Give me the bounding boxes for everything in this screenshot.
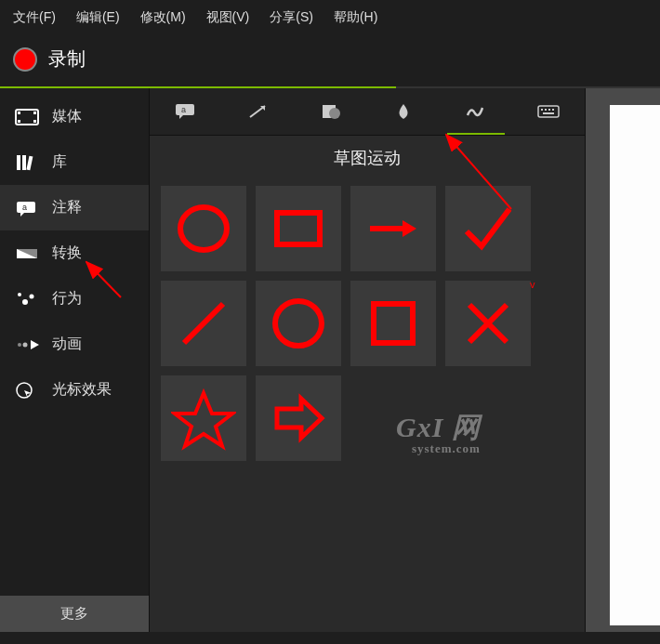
sidebar-item-library[interactable]: 库 — [0, 139, 149, 185]
shape-circle[interactable] — [161, 186, 246, 271]
svg-marker-43 — [175, 393, 232, 446]
svg-point-34 — [180, 207, 227, 250]
sidebar-item-label: 媒体 — [52, 107, 82, 126]
sidebar-item-media[interactable]: 媒体 — [0, 94, 149, 139]
sidebar-item-behavior[interactable]: 行为 — [0, 276, 149, 322]
menu-modify[interactable]: 修改(M) — [140, 9, 186, 26]
canvas-area — [586, 88, 660, 632]
animation-icon — [15, 335, 39, 354]
shape-rect[interactable] — [256, 186, 341, 271]
transition-icon — [15, 244, 39, 263]
svg-point-15 — [30, 294, 34, 298]
svg-rect-35 — [277, 213, 320, 244]
svg-rect-3 — [33, 112, 36, 114]
svg-point-16 — [18, 343, 21, 347]
tool-tabs: a — [150, 88, 585, 136]
svg-point-14 — [22, 299, 28, 305]
svg-rect-31 — [548, 109, 550, 111]
sidebar-item-label: 光标效果 — [52, 380, 112, 400]
sidebar-item-label: 行为 — [52, 289, 82, 309]
svg-marker-22 — [179, 114, 184, 119]
more-button[interactable]: 更多 — [0, 596, 149, 632]
sidebar-item-label: 库 — [52, 152, 67, 172]
svg-rect-4 — [33, 120, 36, 123]
shape-line[interactable] — [161, 281, 246, 366]
sidebar-item-animation[interactable]: 动画 — [0, 322, 149, 367]
svg-text:a: a — [22, 203, 27, 212]
svg-rect-29 — [541, 109, 543, 111]
shape-star[interactable] — [161, 375, 246, 461]
tab-callout[interactable]: a — [150, 88, 222, 135]
sidebar-item-label: 动画 — [52, 335, 82, 354]
menu-file[interactable]: 文件(F) — [13, 9, 56, 26]
tab-sketch[interactable] — [440, 88, 512, 135]
svg-rect-1 — [18, 112, 20, 114]
canvas-preview[interactable] — [610, 105, 660, 625]
cursor-icon — [15, 381, 39, 400]
svg-marker-9 — [20, 212, 25, 217]
svg-rect-6 — [22, 155, 26, 170]
sidebar-item-cursor[interactable]: 光标效果 — [0, 367, 149, 413]
shape-arrow-right[interactable] — [350, 186, 436, 271]
svg-line-38 — [184, 304, 223, 343]
svg-text:a: a — [181, 105, 186, 114]
menu-help[interactable]: 帮助(H) — [334, 9, 377, 26]
svg-rect-40 — [374, 304, 413, 343]
menubar: 文件(F) 编辑(E) 修改(M) 视图(V) 分享(S) 帮助(H) — [0, 0, 660, 35]
record-button[interactable] — [13, 47, 37, 72]
menu-view[interactable]: 视图(V) — [206, 9, 250, 26]
behavior-icon — [15, 290, 39, 309]
svg-point-17 — [23, 342, 28, 347]
svg-rect-2 — [18, 120, 20, 123]
shape-checkmark[interactable] — [445, 186, 531, 271]
svg-rect-5 — [17, 155, 20, 170]
record-row: 录制 — [0, 35, 660, 86]
shape-square[interactable] — [350, 281, 436, 366]
svg-marker-18 — [31, 340, 39, 349]
svg-point-13 — [18, 293, 21, 296]
record-label: 录制 — [48, 46, 86, 72]
svg-rect-30 — [545, 109, 547, 111]
sidebar: 媒体 库 a 注释 转换 行为 — [0, 88, 149, 632]
menu-edit[interactable]: 编辑(E) — [76, 9, 120, 26]
svg-point-27 — [329, 108, 340, 119]
sidebar-item-label: 转换 — [52, 243, 82, 263]
svg-point-39 — [275, 301, 322, 346]
annotate-icon: a — [15, 199, 39, 217]
svg-marker-37 — [403, 220, 416, 237]
svg-rect-33 — [543, 112, 554, 114]
shape-cross[interactable] — [445, 281, 531, 366]
shapes-grid — [150, 180, 585, 467]
shape-ellipse[interactable] — [256, 281, 341, 366]
center-panel: a 草图运动 — [149, 88, 586, 632]
main-area: 媒体 库 a 注释 转换 行为 — [0, 88, 660, 632]
svg-rect-7 — [26, 155, 33, 170]
svg-marker-44 — [277, 399, 322, 438]
media-icon — [15, 108, 39, 126]
panel-title: 草图运动 — [150, 136, 585, 180]
menu-share[interactable]: 分享(S) — [270, 9, 313, 26]
svg-rect-28 — [538, 106, 559, 117]
sidebar-item-transition[interactable]: 转换 — [0, 230, 149, 276]
tab-blur[interactable] — [367, 88, 440, 135]
shape-block-arrow[interactable] — [256, 375, 341, 461]
tab-shape[interactable] — [295, 88, 367, 135]
svg-rect-32 — [552, 109, 554, 111]
sidebar-item-label: 注释 — [52, 198, 82, 217]
sidebar-item-annotate[interactable]: a 注释 — [0, 185, 149, 230]
tab-arrow[interactable] — [222, 88, 295, 135]
library-icon — [15, 153, 39, 172]
tab-keyboard[interactable] — [512, 88, 585, 135]
